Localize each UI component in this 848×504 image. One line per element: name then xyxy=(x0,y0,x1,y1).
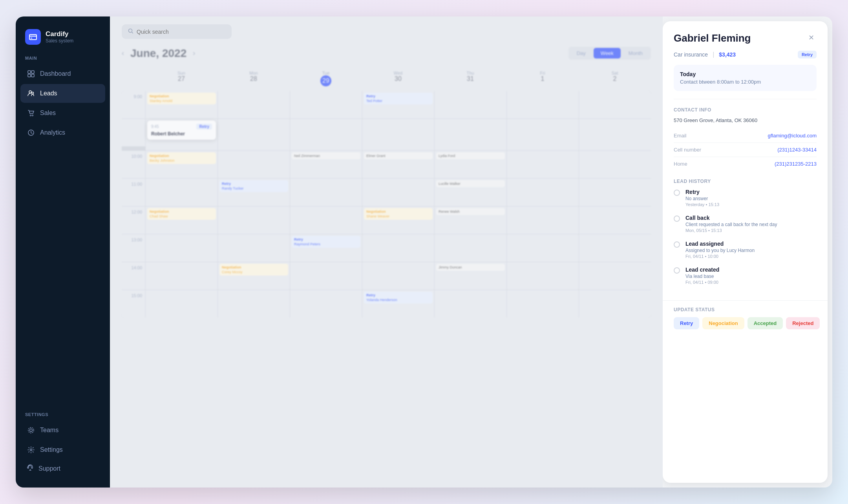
status-btn-negotiation[interactable]: Negociation xyxy=(702,317,744,329)
cal-row-13: 13:00 Retry Raymond Peters xyxy=(122,234,651,262)
cell-15-0 xyxy=(146,290,217,318)
view-day-btn[interactable]: Day xyxy=(570,48,593,58)
event-jimmy[interactable]: Jimmy Duncan xyxy=(436,264,505,271)
status-btn-retry[interactable]: Retry xyxy=(674,317,699,329)
dashboard-icon xyxy=(27,69,35,78)
time-13: 13:00 xyxy=(122,234,145,262)
cell-15-4 xyxy=(435,290,506,318)
cell-12-3: Negotiation Shane Weaver xyxy=(362,206,434,234)
svg-point-13 xyxy=(30,449,32,451)
event-neil[interactable]: Neil Zimmerman xyxy=(292,152,360,159)
prev-btn[interactable]: ‹ xyxy=(122,49,124,57)
event-yolanda[interactable]: Retry Yolanda Henderson xyxy=(364,292,433,303)
svg-point-14 xyxy=(129,29,132,33)
cell-13-3 xyxy=(362,234,434,262)
history-title-assigned: Lead assigned xyxy=(685,241,755,247)
cell-15-1 xyxy=(218,290,290,318)
cell-10-6 xyxy=(579,151,651,178)
main-section-label: Main xyxy=(16,56,110,64)
day-header-wed: Wed30 xyxy=(362,68,434,89)
event-lydia[interactable]: Lydia Ford xyxy=(436,152,505,159)
history-dot-created xyxy=(674,267,680,274)
contact-home-row: Home (231)231235-2213 xyxy=(674,157,817,171)
event-ted[interactable]: Retry Ted Potter xyxy=(364,93,433,104)
app-name: Cardify xyxy=(46,30,73,38)
cell-13-5 xyxy=(507,234,579,262)
sidebar-item-dashboard[interactable]: Dashboard xyxy=(20,64,105,83)
update-status-title: Update status xyxy=(674,307,817,312)
sidebar-item-leads[interactable]: Leads xyxy=(20,84,105,103)
sidebar-item-analytics[interactable]: Analytics xyxy=(20,123,105,142)
cell-11-5 xyxy=(507,179,579,206)
cell-14-0 xyxy=(146,262,217,290)
cell-11-4: Lucille Walker xyxy=(435,179,506,206)
day-header-sat: Sat2 xyxy=(579,68,651,89)
next-btn[interactable]: › xyxy=(193,49,195,57)
close-panel-button[interactable]: ✕ xyxy=(806,32,817,43)
cell-13-6 xyxy=(579,234,651,262)
cell-11-1: Retry Randy Tucker xyxy=(218,179,290,206)
history-desc-created: Via lead base xyxy=(685,274,719,279)
svg-point-12 xyxy=(28,427,34,433)
svg-rect-0 xyxy=(29,35,37,40)
sidebar-item-teams[interactable]: Teams xyxy=(20,421,105,440)
status-btn-accepted[interactable]: Accepted xyxy=(747,317,783,329)
schedule-today-label: Today xyxy=(680,71,810,77)
event-becky[interactable]: Negotiation Becky Johnston xyxy=(147,152,216,164)
event-elmer[interactable]: Elmer Grant xyxy=(364,152,433,159)
cell-9-5 xyxy=(507,91,579,119)
contact-address: 570 Green Grove, Atlanta, OK 36060 xyxy=(674,117,817,123)
cal-body: 9:00 Negotiation Stanley Arnold Retry Te… xyxy=(122,91,651,318)
cell-14-2 xyxy=(290,262,362,290)
event-stanley[interactable]: Negotiation Stanley Arnold xyxy=(147,93,216,104)
settings-section-label: Settings xyxy=(16,404,110,421)
cell-value[interactable]: (231)1243-33414 xyxy=(777,147,817,153)
cal-row-9: 9:00 Negotiation Stanley Arnold Retry Te… xyxy=(122,91,651,119)
event-shane[interactable]: Negotiation Shane Weaver xyxy=(364,208,433,220)
meta-divider: | xyxy=(713,51,714,58)
cell-9-4 xyxy=(435,91,506,119)
event-chad[interactable]: Negotiation Chad Shaw xyxy=(147,208,216,220)
svg-point-9 xyxy=(32,115,33,116)
panel-header: Gabriel Fleming ✕ xyxy=(663,21,828,51)
event-renee[interactable]: Renee Walsh xyxy=(436,208,505,215)
cell-active-2 xyxy=(290,119,362,150)
search-wrap[interactable] xyxy=(122,24,232,39)
day-header-thu: Thu31 xyxy=(434,68,506,89)
app-subtitle: Sales system xyxy=(46,38,73,44)
time-9: 9:00 xyxy=(122,91,145,119)
status-btn-rejected[interactable]: Rejected xyxy=(786,317,820,329)
event-raymond[interactable]: Retry Raymond Peters xyxy=(292,236,360,248)
panel-schedule: Today Contact btween 8:00am to 12:00pm xyxy=(674,65,817,91)
event-randy[interactable]: Retry Randy Tucker xyxy=(219,180,288,192)
cell-14-1: Negotiation Corey Mccoy xyxy=(218,262,290,290)
svg-point-11 xyxy=(30,429,33,432)
home-value[interactable]: (231)231235-2213 xyxy=(775,161,817,167)
calendar-area: ‹ June, 2022 › Day Week Month Sun27 Mon2… xyxy=(110,47,663,488)
cell-15-2 xyxy=(290,290,362,318)
svg-rect-5 xyxy=(31,74,34,77)
cell-14-5 xyxy=(507,262,579,290)
history-time-callback: Mon, 05/15 • 15:13 xyxy=(685,228,777,233)
cal-row-15: 15:00 Retry Yolanda Henderson xyxy=(122,290,651,318)
email-value[interactable]: gflaming@icloud.com xyxy=(768,133,817,139)
sidebar-item-support[interactable]: Support xyxy=(20,459,105,478)
event-robert-active[interactable]: 9:45 Retry Robert Belcher xyxy=(147,121,216,140)
view-month-btn[interactable]: Month xyxy=(621,48,650,58)
search-input[interactable] xyxy=(137,29,215,35)
history-item-created: Lead created Via lead base Fri, 04/11 • … xyxy=(674,267,817,285)
history-dot-retry xyxy=(674,190,680,196)
view-week-btn[interactable]: Week xyxy=(594,48,621,58)
svg-point-8 xyxy=(30,115,31,116)
support-label: Support xyxy=(38,465,60,472)
cell-active-6 xyxy=(579,119,651,150)
sidebar-item-sales[interactable]: Sales xyxy=(20,104,105,122)
calendar-title: June, 2022 xyxy=(130,47,186,60)
history-desc-retry: No answer xyxy=(685,196,719,201)
sidebar-item-settings[interactable]: Settings xyxy=(20,440,105,459)
cell-10-3: Elmer Grant xyxy=(362,151,434,178)
history-time-created: Fri, 04/11 • 09:00 xyxy=(685,280,719,285)
event-corey[interactable]: Negotiation Corey Mccoy xyxy=(219,264,288,276)
cell-9-2 xyxy=(290,91,362,119)
event-lucille[interactable]: Lucille Walker xyxy=(436,180,505,187)
